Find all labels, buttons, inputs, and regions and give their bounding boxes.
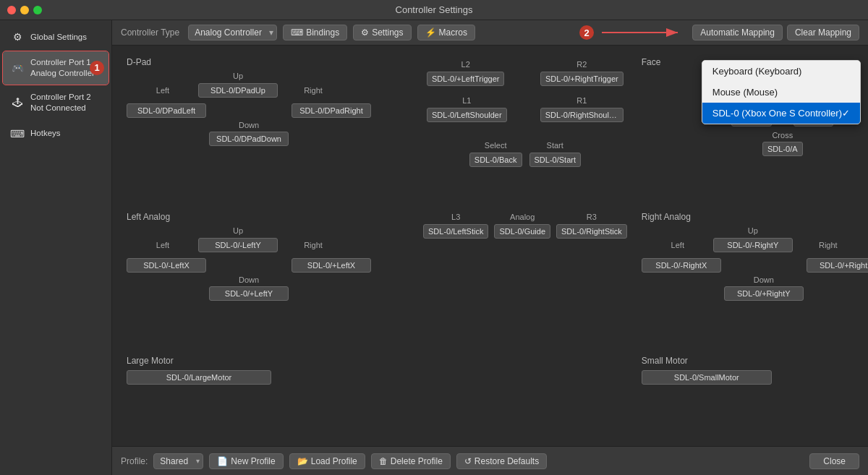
sidebar-item-controller-port-1[interactable]: 🎮 Controller Port 1Analog Controller 1 bbox=[3, 51, 109, 85]
r3-label: R3 bbox=[587, 213, 597, 221]
la-down-btn[interactable]: SDL-0/+LeftY bbox=[209, 286, 289, 301]
dpad-layout: Up Left SDL-0/DPadUp Right bbox=[127, 72, 409, 100]
controller-type-bar: Controller Type Analog Controller Digita… bbox=[112, 20, 868, 46]
sidebar-item-global-settings[interactable]: ⚙ Global Settings bbox=[3, 24, 109, 50]
r2-label: R2 bbox=[576, 60, 587, 69]
ra-down-col: Down SDL-0/+RightY bbox=[724, 275, 804, 301]
arrow-svg bbox=[598, 25, 685, 40]
maximize-button[interactable] bbox=[33, 6, 42, 14]
small-motor-inner: SDL-0/SmallMotor bbox=[642, 370, 868, 385]
dpad-title: D-Pad bbox=[127, 57, 409, 67]
l2-btn[interactable]: SDL-0/+LeftTrigger bbox=[427, 72, 504, 86]
profile-select-wrap: Shared bbox=[153, 453, 203, 469]
la-right-label: Right bbox=[304, 241, 323, 249]
clear-mapping-button[interactable]: Clear Mapping bbox=[787, 25, 859, 40]
restore-label: Restore Defaults bbox=[475, 456, 539, 466]
settings-label: Settings bbox=[372, 27, 403, 38]
gamepad-icon-2: 🕹 bbox=[10, 95, 25, 110]
large-motor-btn[interactable]: SDL-0/LargeMotor bbox=[127, 370, 271, 385]
new-profile-button[interactable]: 📄 New Profile bbox=[209, 453, 283, 469]
l2-col: L2 SDL-0/+LeftTrigger bbox=[427, 60, 504, 86]
select-btn[interactable]: SDL-0/Back bbox=[469, 153, 522, 167]
close-button[interactable] bbox=[7, 6, 16, 14]
dpad-right-label: Right bbox=[304, 86, 323, 95]
ra-lr-row: SDL-0/-RightX SDL-0/+RightX bbox=[642, 258, 868, 273]
left-analog-title: Left Analog bbox=[127, 212, 409, 222]
profile-select[interactable]: Shared bbox=[153, 453, 203, 469]
ra-down-btn[interactable]: SDL-0/+RightY bbox=[724, 286, 804, 301]
large-motor-section: Large Motor SDL-0/LargeMotor bbox=[119, 351, 416, 439]
sidebar-label-port2: Controller Port 2Not Connected bbox=[30, 92, 91, 114]
new-profile-label: New Profile bbox=[231, 456, 275, 466]
small-motor-section: Small Motor SDL-0/SmallMotor bbox=[634, 351, 868, 439]
la-up-label: Up bbox=[233, 226, 243, 235]
badge-1: 1 bbox=[90, 61, 104, 75]
dropdown-item-sdl0[interactable]: SDL-0 (Xbox One S Controller) ✓ bbox=[702, 103, 860, 124]
cross-label: Cross bbox=[772, 131, 793, 140]
cross-btn[interactable]: SDL-0/A bbox=[762, 142, 803, 156]
ra-down-label: Down bbox=[754, 275, 774, 284]
r3-btn[interactable]: SDL-0/RightStick bbox=[556, 224, 627, 239]
cross-group: Cross SDL-0/A bbox=[642, 131, 868, 156]
l3-analog-r3-row: L3 SDL-0/LeftStick Analog SDL-0/Guide R3… bbox=[423, 213, 627, 239]
r1-label: R1 bbox=[576, 96, 587, 105]
checkmark-icon: ✓ bbox=[842, 108, 850, 119]
profile-label: Profile: bbox=[121, 456, 148, 466]
delete-profile-button[interactable]: 🗑 Delete Profile bbox=[371, 453, 451, 469]
controller-type-select[interactable]: Analog Controller Digital Controller Non… bbox=[188, 25, 277, 40]
load-profile-icon: 📂 bbox=[297, 456, 308, 466]
automatic-mapping-button[interactable]: Automatic Mapping bbox=[692, 25, 783, 40]
ra-right-btn[interactable]: SDL-0/+RightX bbox=[807, 258, 868, 273]
macros-label: Macros bbox=[439, 27, 467, 38]
start-label: Start bbox=[547, 141, 563, 150]
bindings-tab[interactable]: ⌨ Bindings bbox=[283, 25, 347, 40]
dpad-up-btn[interactable]: SDL-0/DPadUp bbox=[198, 83, 278, 98]
dropdown-menu: Keyboard (Keyboard) Mouse (Mouse) SDL-0 … bbox=[702, 60, 861, 124]
r2-btn[interactable]: SDL-0/+RightTrigger bbox=[540, 72, 624, 86]
sidebar: ⚙ Global Settings 🎮 Controller Port 1Ana… bbox=[0, 20, 112, 475]
dropdown-item-keyboard[interactable]: Keyboard (Keyboard) bbox=[702, 61, 860, 82]
dpad-right-btn[interactable]: SDL-0/DPadRight bbox=[292, 103, 371, 118]
settings-icon: ⚙ bbox=[361, 27, 369, 38]
select-start-row: Select SDL-0/Back Start SDL-0/Start bbox=[469, 141, 581, 167]
dpad-left-btn[interactable]: SDL-0/DPadLeft bbox=[127, 103, 206, 118]
delete-profile-icon: 🗑 bbox=[379, 456, 388, 466]
dpad-down-btn[interactable]: SDL-0/DPadDown bbox=[209, 132, 289, 146]
right-analog-section: Right Analog Up Left SDL-0/-RightY Right… bbox=[634, 207, 868, 352]
large-motor-inner: SDL-0/LargeMotor bbox=[127, 370, 409, 385]
analog-btn[interactable]: SDL-0/Guide bbox=[494, 224, 550, 239]
titlebar-buttons bbox=[7, 6, 42, 14]
minimize-button[interactable] bbox=[20, 6, 29, 14]
la-up-btn[interactable]: SDL-0/-LeftY bbox=[198, 238, 278, 252]
right-analog-layout: Up Left SDL-0/-RightY Right bbox=[642, 226, 868, 255]
ra-left-btn[interactable]: SDL-0/-RightX bbox=[642, 258, 721, 273]
dropdown-item-mouse[interactable]: Mouse (Mouse) bbox=[702, 82, 860, 103]
gamepad-icon-1: 🎮 bbox=[10, 61, 25, 75]
load-profile-button[interactable]: 📂 Load Profile bbox=[289, 453, 365, 469]
r1-btn[interactable]: SDL-0/RightShoulder bbox=[540, 108, 624, 122]
gear-icon: ⚙ bbox=[10, 30, 25, 44]
la-down-col: Down SDL-0/+LeftY bbox=[209, 275, 289, 301]
l1-btn[interactable]: SDL-0/LeftShoulder bbox=[427, 108, 507, 122]
ra-up-btn[interactable]: SDL-0/-RightY bbox=[713, 238, 793, 252]
l3-btn[interactable]: SDL-0/LeftStick bbox=[423, 224, 488, 239]
la-left-btn[interactable]: SDL-0/-LeftX bbox=[127, 258, 206, 273]
macros-tab[interactable]: ⚡ Macros bbox=[417, 25, 475, 40]
r3-col: R3 SDL-0/RightStick bbox=[556, 213, 627, 239]
dpad-section: D-Pad Up Left SDL-0/DPadUp Right SDL-0/D… bbox=[119, 53, 416, 207]
restore-defaults-button[interactable]: ↺ Restore Defaults bbox=[456, 453, 547, 469]
sidebar-item-controller-port-2[interactable]: 🕹 Controller Port 2Not Connected bbox=[3, 86, 109, 119]
select-col: Select SDL-0/Back bbox=[469, 141, 522, 167]
la-down-label: Down bbox=[239, 275, 259, 284]
settings-tab[interactable]: ⚙ Settings bbox=[353, 25, 411, 40]
delete-profile-label: Delete Profile bbox=[391, 456, 443, 466]
controller-type-label: Controller Type bbox=[121, 27, 179, 38]
close-dialog-button[interactable]: Close bbox=[809, 453, 859, 469]
start-btn[interactable]: SDL-0/Start bbox=[529, 153, 581, 167]
la-right-btn[interactable]: SDL-0/+LeftX bbox=[292, 258, 371, 273]
titlebar: Controller Settings bbox=[0, 0, 868, 20]
sidebar-item-hotkeys[interactable]: ⌨ Hotkeys bbox=[3, 121, 109, 147]
analog-col: Analog SDL-0/Guide bbox=[494, 213, 550, 239]
small-motor-btn[interactable]: SDL-0/SmallMotor bbox=[642, 370, 772, 385]
shoulders-row: L1 SDL-0/LeftShoulder R1 SDL-0/RightShou… bbox=[423, 96, 627, 122]
